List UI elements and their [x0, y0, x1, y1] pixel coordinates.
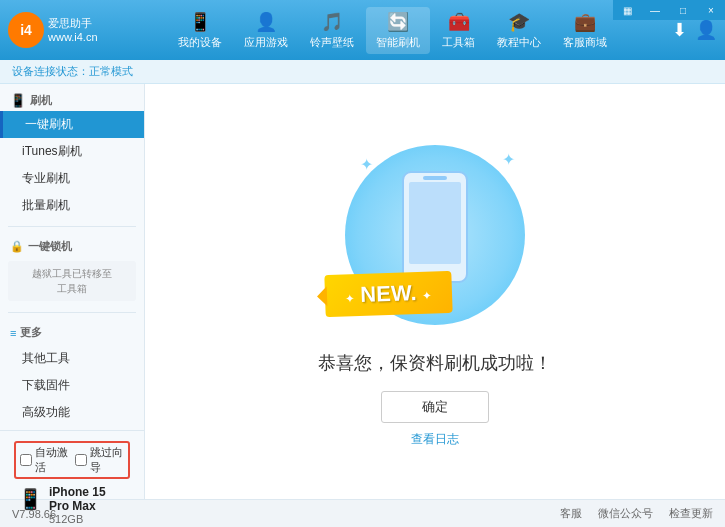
- breadcrumb: 设备连接状态：正常模式: [0, 60, 725, 84]
- logo-icon: i4: [8, 12, 44, 48]
- sidebar-item-advanced[interactable]: 高级功能: [0, 399, 144, 426]
- footer-customer[interactable]: 客服: [560, 506, 582, 521]
- more-icon: ≡: [10, 327, 16, 339]
- more-category: ≡ 更多: [0, 320, 144, 345]
- notice-box: 越狱工具已转移至工具箱: [8, 261, 136, 301]
- my-device-icon: 📱: [189, 11, 211, 33]
- download-button[interactable]: ⬇: [672, 19, 687, 41]
- nav-smart-flash[interactable]: 🔄 智能刷机: [366, 7, 430, 54]
- success-message: 恭喜您，保资料刷机成功啦！: [318, 351, 552, 375]
- sidebar-item-batch-flash[interactable]: 批量刷机: [0, 192, 144, 219]
- footer-wechat[interactable]: 微信公众号: [598, 506, 653, 521]
- breadcrumb-prefix: 设备连接状态：: [12, 65, 89, 77]
- flash-category-icon: 📱: [10, 93, 26, 108]
- device-name: iPhone 15 Pro Max: [49, 485, 126, 513]
- nav-tutorials[interactable]: 🎓 教程中心: [487, 7, 551, 54]
- nav-ringtones[interactable]: 🎵 铃声壁纸: [300, 7, 364, 54]
- device-storage: 512GB: [49, 513, 126, 525]
- tutorial-icon: 🎓: [508, 11, 530, 33]
- sidebar-divider-1: [8, 226, 136, 227]
- breadcrumb-status: 正常模式: [89, 65, 133, 77]
- sparkle-tr: ✦: [502, 150, 515, 169]
- close-button[interactable]: ×: [697, 0, 725, 20]
- main-layout: 📱 刷机 一键刷机 iTunes刷机 专业刷机 批量刷机 🔒 一键锁机 越狱工具…: [0, 84, 725, 499]
- service-icon: 💼: [574, 11, 596, 33]
- apps-icon: 👤: [255, 11, 277, 33]
- new-badge-text: NEW.: [360, 280, 417, 307]
- footer-check-update[interactable]: 检查更新: [669, 506, 713, 521]
- view-log-link[interactable]: 查看日志: [411, 431, 459, 448]
- toolbox-icon: 🧰: [448, 11, 470, 33]
- auto-activate-input[interactable]: [20, 454, 32, 466]
- flash-category: 📱 刷机: [0, 88, 144, 111]
- auto-activate-checkbox[interactable]: 自动激活: [20, 445, 69, 475]
- nav-my-device[interactable]: 📱 我的设备: [168, 7, 232, 54]
- success-graphic: ✦ ✦ ✦ ✦ NEW. ✦: [335, 135, 535, 335]
- more-section: ≡ 更多 其他工具 下载固件 高级功能: [0, 316, 144, 430]
- new-badge: ✦ NEW. ✦: [324, 271, 452, 317]
- device-details: iPhone 15 Pro Max 512GB iPhone: [49, 485, 126, 527]
- auto-row: 自动激活 跳过向导: [14, 441, 130, 479]
- lock-category: 🔒 一键锁机: [0, 234, 144, 257]
- window-controls: ▦ — □ ×: [613, 0, 725, 20]
- sidebar-item-itunes-flash[interactable]: iTunes刷机: [0, 138, 144, 165]
- footer-links: 客服 微信公众号 检查更新: [560, 506, 713, 521]
- sidebar-divider-2: [8, 312, 136, 313]
- star-right: ✦: [422, 288, 432, 302]
- main-nav: 📱 我的设备 👤 应用游戏 🎵 铃声壁纸 🔄 智能刷机 🧰 工具箱 🎓 教程中心…: [114, 7, 672, 54]
- footer-version: V7.98.66: [12, 508, 56, 520]
- auto-export-input[interactable]: [75, 454, 87, 466]
- star-left: ✦: [345, 291, 355, 305]
- nav-toolbox[interactable]: 🧰 工具箱: [432, 7, 485, 54]
- flash-icon: 🔄: [387, 11, 409, 33]
- nav-apps-games[interactable]: 👤 应用游戏: [234, 7, 298, 54]
- sidebar-item-one-click-flash[interactable]: 一键刷机: [0, 111, 144, 138]
- notice-section: 🔒 一键锁机 越狱工具已转移至工具箱: [0, 230, 144, 309]
- svg-rect-1: [409, 182, 461, 264]
- ringtone-icon: 🎵: [321, 11, 343, 33]
- maximize-button[interactable]: □: [669, 0, 697, 20]
- header-actions: ⬇ 👤: [672, 19, 717, 41]
- svg-rect-2: [423, 176, 447, 180]
- sidebar: 📱 刷机 一键刷机 iTunes刷机 专业刷机 批量刷机 🔒 一键锁机 越狱工具…: [0, 84, 145, 499]
- logo-text: 爱思助手 www.i4.cn: [48, 16, 98, 45]
- sidebar-item-pro-flash[interactable]: 专业刷机: [0, 165, 144, 192]
- notice-text: 越狱工具已转移至工具箱: [15, 266, 129, 296]
- nav-service[interactable]: 💼 客服商域: [553, 7, 617, 54]
- main-content: ✦ ✦ ✦ ✦ NEW. ✦ 恭喜您，保资料刷机成功啦！ 确定 查看日志: [145, 84, 725, 499]
- wifi-icon: ▦: [613, 0, 641, 20]
- sparkle-tl: ✦: [360, 155, 373, 174]
- sidebar-item-download-firmware[interactable]: 下载固件: [0, 372, 144, 399]
- auto-export-checkbox[interactable]: 跳过向导: [75, 445, 124, 475]
- lock-icon: 🔒: [10, 240, 24, 253]
- minimize-button[interactable]: —: [641, 0, 669, 20]
- device-info: 📱 iPhone 15 Pro Max 512GB iPhone: [14, 483, 130, 527]
- sidebar-item-other-tools[interactable]: 其他工具: [0, 345, 144, 372]
- flash-section: 📱 刷机 一键刷机 iTunes刷机 专业刷机 批量刷机: [0, 84, 144, 223]
- confirm-button[interactable]: 确定: [381, 391, 489, 423]
- app-logo: i4 爱思助手 www.i4.cn: [8, 12, 98, 48]
- user-button[interactable]: 👤: [695, 19, 717, 41]
